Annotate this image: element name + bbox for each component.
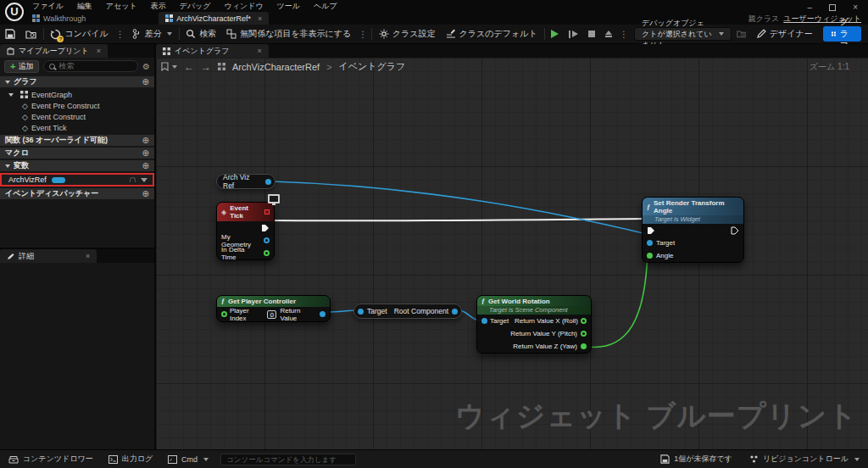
parent-class-label: 親クラス [748, 14, 780, 23]
play-options-icon[interactable]: ⋮ [617, 30, 631, 39]
geometry-pin[interactable] [264, 237, 270, 243]
output-pin[interactable] [265, 179, 271, 185]
menu-tools[interactable]: ツール [277, 1, 300, 12]
panel-settings-gear-icon[interactable]: ⚙ [142, 62, 150, 71]
class-settings-button[interactable]: クラス設定 [374, 25, 441, 43]
menu-help[interactable]: ヘルプ [314, 1, 337, 12]
designer-button[interactable]: デザイナー [751, 28, 818, 40]
minimize-button[interactable]: – [808, 3, 813, 12]
tab-event-graph[interactable]: イベントグラフ × [156, 44, 269, 58]
add-function-icon[interactable]: ⊕ [142, 136, 149, 145]
add-button[interactable]: + 追加 [4, 60, 39, 73]
back-icon[interactable]: ← [184, 61, 194, 73]
section-event-dispatchers[interactable]: イベントディスパッチャー ⊕ [0, 188, 154, 199]
debug-object-dropdown[interactable]: デバッグオブジェクトが選択されていません [634, 27, 732, 41]
content-drawer-button[interactable]: コンテンツドロワー [5, 450, 97, 468]
breadcrumb-root[interactable]: ArchVizCharacterRef [232, 62, 320, 72]
roll-pin[interactable] [581, 318, 587, 324]
revision-control-dropdown[interactable]: リビジョンコントロール [746, 454, 863, 465]
delta-pin[interactable] [264, 250, 270, 256]
node-get-player-controller[interactable]: ƒ Get Player Controller Player Index 0 R… [216, 295, 331, 322]
graph-mode-button[interactable]: グラフ [823, 26, 861, 42]
return-value-pin[interactable] [320, 311, 326, 317]
section-graph[interactable]: グラフ ⊕ [0, 76, 154, 87]
pin-label: Target [367, 307, 387, 315]
close-tab-icon[interactable]: × [86, 252, 90, 260]
node-event-tick[interactable]: ◈ Event Tick My Geometry In Delta Time [216, 202, 275, 260]
section-macros[interactable]: マクロ ⊕ [0, 148, 154, 159]
section-functions[interactable]: 関数 (36 オーバーライド可能) ⊕ [0, 135, 154, 146]
eject-button[interactable] [600, 25, 617, 43]
play-button[interactable] [546, 25, 564, 43]
add-macro-icon[interactable]: ⊕ [142, 148, 149, 158]
breadcrumb-leaf[interactable]: イベントグラフ [339, 60, 406, 73]
cmd-dropdown[interactable]: Cmd [164, 450, 212, 468]
pitch-pin[interactable] [581, 331, 587, 337]
node-root-component[interactable]: Target Root Component [353, 304, 462, 319]
maximize-button[interactable] [829, 4, 836, 11]
menu-debug[interactable]: デバッグ [180, 1, 211, 12]
exec-in-pin[interactable] [647, 226, 655, 235]
event-diamond-icon: ◇ [22, 102, 28, 110]
tab-details[interactable]: 詳細 × [0, 249, 97, 263]
variable-archvizref[interactable]: ArchVizRef [0, 173, 154, 187]
node-arch-viz-ref[interactable]: Arch Viz Ref [216, 174, 275, 189]
frame-skip-button[interactable] [564, 25, 583, 43]
player-index-value[interactable]: 0 [267, 310, 276, 319]
node-get-world-rotation[interactable]: ƒ Get World Rotation Target is Scene Com… [476, 295, 592, 354]
menu-view[interactable]: 表示 [151, 1, 166, 12]
compile-button[interactable]: ? コンパイル [45, 25, 113, 43]
yaw-pin[interactable] [581, 343, 587, 349]
target-pin[interactable] [647, 240, 653, 246]
output-pin[interactable] [452, 309, 458, 315]
menu-window[interactable]: ウィンドウ [225, 1, 264, 12]
diff-button[interactable]: 差分 [127, 25, 177, 43]
forward-icon[interactable]: → [201, 61, 211, 73]
graph-canvas[interactable]: ← → ArchVizCharacterRef > イベントグラフ ズーム 1:… [156, 58, 868, 449]
section-variables[interactable]: 変数 ⊕ [0, 160, 154, 171]
angle-pin[interactable] [647, 253, 653, 259]
class-defaults-button[interactable]: クラスのデフォルト [441, 25, 542, 43]
tree-item-event-pre-construct[interactable]: ◇ Event Pre Construct [0, 100, 154, 111]
add-variable-icon[interactable]: ⊕ [142, 161, 149, 170]
hide-unrelated-options-icon[interactable]: ⋮ [356, 30, 370, 39]
tree-item-event-tick[interactable]: ◇ Event Tick [0, 122, 154, 133]
eye-toggle-icon[interactable] [141, 178, 147, 182]
bookmark-icon[interactable] [161, 62, 177, 71]
tab-my-blueprint[interactable]: マイブループリント × [0, 44, 108, 58]
my-blueprint-tab-strip: マイブループリント × [0, 44, 154, 58]
tab-walkthrough[interactable]: Walkthrough [25, 12, 92, 25]
hide-unrelated-button[interactable]: 無関係な項目を非表示にする [221, 25, 356, 43]
find-button[interactable]: 検索 [181, 25, 221, 43]
menu-file[interactable]: ファイル [32, 1, 64, 12]
drawer-icon [8, 455, 19, 464]
blueprint-search[interactable] [43, 60, 138, 72]
stop-button[interactable] [583, 25, 600, 43]
output-log-button[interactable]: 出力ログ [105, 450, 156, 468]
menu-edit[interactable]: 編集 [77, 1, 92, 12]
exec-out-pin[interactable] [731, 226, 739, 235]
target-pin[interactable] [481, 318, 487, 324]
exec-out-pin[interactable] [261, 224, 270, 232]
unreal-editor-window: U ファイル 編集 アセット 表示 デバッグ ウィンドウ ツール ヘルプ – ×… [0, 0, 868, 468]
compile-options-icon[interactable]: ⋮ [114, 30, 127, 39]
close-tab-icon[interactable]: × [97, 47, 101, 55]
search-input[interactable] [58, 62, 132, 70]
save-button[interactable] [0, 25, 20, 43]
add-graph-icon[interactable]: ⊕ [142, 77, 149, 86]
close-tab-icon[interactable]: × [258, 14, 262, 23]
tree-item-eventgraph[interactable]: EventGraph [0, 89, 154, 100]
browse-asset-button[interactable] [20, 25, 42, 43]
add-dispatcher-icon[interactable]: ⊕ [142, 189, 149, 198]
close-tab-icon[interactable]: × [257, 47, 261, 55]
unsaved-status[interactable]: 1個が未保存です [657, 454, 736, 465]
console-command-input[interactable] [220, 454, 356, 465]
close-button[interactable]: × [853, 3, 858, 12]
menu-asset[interactable]: アセット [106, 1, 137, 12]
tree-item-event-construct[interactable]: ◇ Event Construct [0, 111, 154, 122]
node-set-render-transform-angle[interactable]: ƒ Set Render Transform Angle Target is W… [642, 197, 744, 263]
tab-archviz-character-ref[interactable]: ArchVizCharacterRef* × [159, 12, 269, 25]
target-pin[interactable] [358, 309, 364, 315]
player-index-pin[interactable] [221, 311, 227, 317]
debug-browse-button[interactable] [732, 25, 751, 43]
